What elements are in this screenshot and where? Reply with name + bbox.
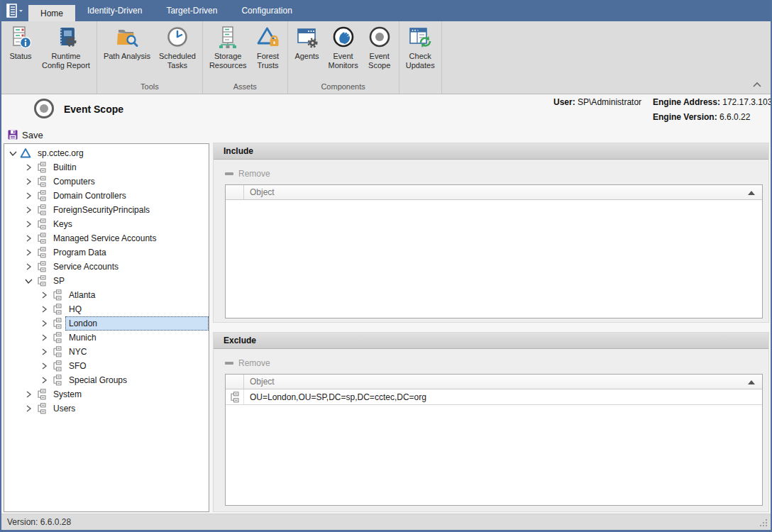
scheduled-tasks-icon — [165, 25, 190, 50]
include-object-column-header[interactable]: Object — [244, 187, 275, 197]
ribbon-group-tools: Path Analysis Scheduled Tasks Tools — [97, 21, 203, 94]
tree-item-nyc[interactable]: NYC — [4, 345, 209, 359]
collapse-toggle[interactable] — [23, 275, 34, 287]
expand-toggle[interactable] — [23, 204, 34, 216]
tree-item-builtin[interactable]: Builtin — [4, 160, 209, 174]
sort-ascending-icon — [748, 191, 755, 195]
organizational-unit-icon — [35, 403, 47, 414]
tree-item-london[interactable]: London — [4, 316, 209, 331]
save-label: Save — [22, 130, 43, 140]
exclude-remove-button[interactable]: Remove — [224, 358, 768, 368]
resize-grip-icon[interactable] — [760, 519, 768, 528]
scheduled-tasks-label: Scheduled Tasks — [159, 52, 196, 70]
tree-item-sp-cctec-org[interactable]: sp.cctec.org — [4, 146, 209, 160]
expand-toggle[interactable] — [38, 360, 50, 372]
expand-toggle[interactable] — [38, 332, 50, 343]
expand-toggle[interactable] — [38, 346, 50, 358]
include-remove-button[interactable]: Remove — [224, 169, 768, 179]
expand-toggle[interactable] — [23, 247, 34, 258]
expand-toggle[interactable] — [38, 318, 50, 329]
include-panel: Include Remove Object — [213, 143, 769, 323]
tree-item-keys[interactable]: Keys — [4, 217, 209, 231]
organizational-unit-icon — [52, 346, 62, 358]
collapse-toggle[interactable] — [7, 148, 18, 159]
tree-item-munich[interactable]: Munich — [4, 331, 209, 345]
remove-minus-icon — [224, 358, 234, 368]
tree-item-label: SFO — [65, 359, 209, 373]
storage-resources-icon — [215, 25, 241, 50]
tree-item-label: Domain Controllers — [50, 189, 209, 203]
organizational-unit-icon — [35, 176, 47, 187]
tab-home[interactable]: Home — [28, 5, 75, 21]
organizational-unit-icon — [51, 318, 62, 329]
tree-item-managed-service-accounts[interactable]: Managed Service Accounts — [4, 231, 209, 245]
expand-toggle[interactable] — [38, 304, 50, 315]
organizational-unit-icon — [35, 233, 47, 244]
forest-trusts-button[interactable]: Forest Trusts — [251, 21, 285, 70]
chevron-right-icon — [40, 348, 48, 356]
expand-toggle[interactable] — [23, 403, 34, 414]
include-grid-header[interactable]: Object — [226, 185, 762, 200]
event-monitors-button[interactable]: Event Monitors — [324, 21, 363, 70]
expand-toggle[interactable] — [38, 375, 50, 386]
chevron-right-icon — [25, 248, 32, 257]
check-updates-button[interactable]: Check Updates — [402, 21, 439, 70]
expand-toggle[interactable] — [23, 190, 34, 201]
tree-item-atlanta[interactable]: Atlanta — [4, 288, 209, 302]
organizational-unit-icon — [36, 247, 47, 258]
chevron-down-icon — [24, 277, 33, 284]
ribbon-collapse-button[interactable] — [752, 80, 762, 90]
tab-identity-driven[interactable]: Identity-Driven — [75, 0, 154, 21]
agents-icon — [294, 25, 320, 50]
exclude-panel: Exclude Remove Object OU=London,OU=SP,DC… — [213, 332, 769, 512]
tree-item-special-groups[interactable]: Special Groups — [4, 373, 209, 387]
include-panel-header: Include — [214, 143, 768, 160]
expand-toggle[interactable] — [23, 389, 34, 400]
event-monitors-icon — [331, 25, 356, 50]
expand-toggle[interactable] — [23, 218, 34, 230]
chevron-right-icon — [40, 291, 48, 299]
tree-item-sp[interactable]: SP — [4, 274, 209, 288]
tree-item-computers[interactable]: Computers — [4, 174, 209, 189]
tree-item-label: NYC — [65, 345, 209, 359]
tree-item-foreignsecurityprincipals[interactable]: ForeignSecurityPrincipals — [4, 203, 209, 217]
table-row[interactable]: OU=London,OU=SP,DC=sp,DC=cctec,DC=org — [226, 389, 762, 405]
exclude-object-column-header[interactable]: Object — [244, 377, 275, 387]
scheduled-tasks-button[interactable]: Scheduled Tasks — [155, 21, 200, 70]
exclude-grid-body: OU=London,OU=SP,DC=sp,DC=cctec,DC=org — [226, 389, 762, 505]
organizational-unit-icon — [36, 176, 47, 187]
runtime-config-report-label: Runtime Config Report — [42, 52, 90, 70]
tree-item-users[interactable]: Users — [4, 401, 209, 416]
domain-icon — [20, 148, 31, 159]
tree-item-sfo[interactable]: SFO — [4, 359, 209, 373]
expand-toggle[interactable] — [38, 289, 50, 301]
tree-item-hq[interactable]: HQ — [4, 302, 209, 316]
save-button[interactable]: Save — [7, 128, 43, 142]
runtime-config-report-button[interactable]: Runtime Config Report — [38, 21, 94, 70]
tree-item-service-accounts[interactable]: Service Accounts — [4, 260, 209, 274]
expand-toggle[interactable] — [23, 176, 34, 187]
exclude-grid-header[interactable]: Object — [226, 375, 762, 389]
event-scope-button[interactable]: Event Scope — [363, 21, 397, 70]
expand-toggle[interactable] — [23, 261, 34, 272]
path-analysis-button[interactable]: Path Analysis — [99, 21, 155, 61]
tab-configuration[interactable]: Configuration — [229, 0, 304, 21]
forest-trusts-icon — [255, 25, 281, 50]
tree-item-system[interactable]: System — [4, 387, 209, 401]
agents-button[interactable]: Agents — [290, 21, 324, 61]
storage-resources-button[interactable]: Storage Resources — [205, 21, 251, 70]
tree-item-domain-controllers[interactable]: Domain Controllers — [4, 189, 209, 203]
tree-item-program-data[interactable]: Program Data — [4, 245, 209, 260]
tree-item-label: Users — [50, 401, 209, 416]
expand-toggle[interactable] — [23, 162, 34, 173]
organizational-unit-icon — [36, 403, 47, 414]
expand-toggle[interactable] — [23, 233, 34, 244]
app-menu-button[interactable] — [1, 0, 28, 21]
ribbon-group-updates: Check Updates — [399, 21, 442, 94]
chevron-right-icon — [25, 220, 32, 228]
tree-item-label: Managed Service Accounts — [50, 231, 209, 245]
tab-target-driven[interactable]: Target-Driven — [154, 0, 229, 21]
save-icon — [7, 129, 18, 140]
tree-item-label: ForeignSecurityPrincipals — [50, 203, 209, 217]
status-button[interactable]: Status — [4, 21, 38, 61]
